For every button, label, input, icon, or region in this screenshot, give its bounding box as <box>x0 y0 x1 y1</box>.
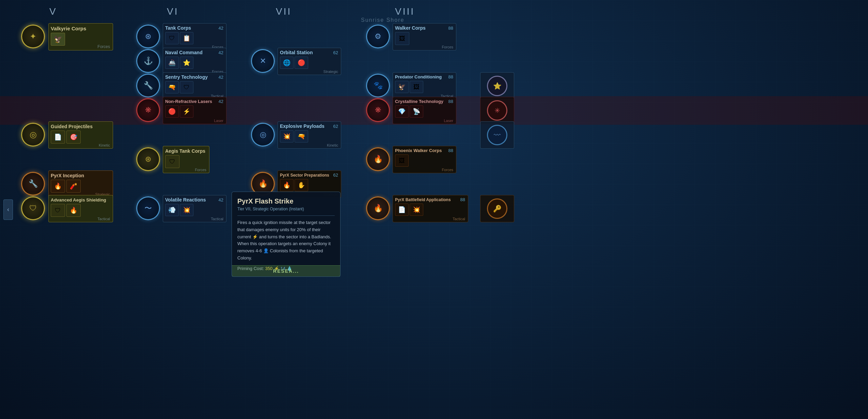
node-img: 📡 <box>410 105 423 118</box>
volatile-reactions-cost: 42 <box>219 197 223 203</box>
node-walker-corps[interactable]: ⚙ Walker Corps 88 🖼 Forces <box>366 23 456 50</box>
node-tank-corps[interactable]: ⊛ Tank Corps 42 🛡 📋 Forces <box>136 23 226 50</box>
node-img: 🔴 <box>295 57 308 69</box>
phoenix-walker-corps-label: Forces <box>442 168 453 172</box>
node-img: 🛡 <box>51 204 65 217</box>
non-refractive-cost: 42 <box>219 99 223 104</box>
valkyrie-corps-title: Valkyrie Corps <box>51 26 86 31</box>
node-explosive-payloads[interactable]: ◎ Explosive Payloads 62 💥 🔫 Kinetic <box>251 121 341 149</box>
node-guided-projectiles[interactable]: ◎ Guided Projectiles 📄 🎯 Kinetic <box>21 121 113 149</box>
research-button[interactable]: RESEA... <box>232 265 340 276</box>
volatile-reactions-title: Volatile Reactions <box>165 197 206 203</box>
node-partial-right-4: 🔑 <box>480 195 514 222</box>
pyrx-sector-title: PyrX Sector Preparations <box>280 173 329 178</box>
phoenix-walker-corps-circle: 🔥 <box>366 147 390 171</box>
node-img: 💨 <box>165 204 179 216</box>
naval-command-title: Naval Command <box>165 50 203 55</box>
crystalline-technology-circle: ❋ <box>366 98 390 122</box>
walker-corps-label: Forces <box>442 45 453 49</box>
pyrx-inception-circle: 🔧 <box>21 172 45 196</box>
sentry-technology-title: Sentry Technology <box>165 74 208 80</box>
node-volatile-reactions[interactable]: 〜 Volatile Reactions 42 💨 💥 Tactical <box>136 195 226 222</box>
pyrx-battlefield-circle: 🔥 <box>366 196 390 220</box>
volatile-reactions-label: Tactical <box>211 217 223 221</box>
node-img: 🛡 <box>165 155 179 168</box>
phoenix-walker-corps-title: Phoenix Walker Corps <box>395 148 442 153</box>
guided-projectiles-title: Guided Projectiles <box>51 124 93 129</box>
node-img: 🦅 <box>395 81 409 93</box>
tank-corps-title: Tank Corps <box>165 25 191 31</box>
phoenix-walker-corps-cost: 88 <box>448 148 453 153</box>
node-sentry-technology[interactable]: 🔧 Sentry Technology 42 🔫 🛡 Tactical <box>136 72 226 100</box>
node-img: 🛡 <box>180 81 193 93</box>
walker-corps-cost: 88 <box>448 26 453 31</box>
non-refractive-label: Laser <box>214 119 223 123</box>
pyrx-sector-cost: 62 <box>333 173 338 178</box>
tank-corps-circle: ⊛ <box>136 25 160 48</box>
node-img: 📋 <box>180 32 193 44</box>
node-img: 🔥 <box>51 180 65 193</box>
tooltip-subtitle: Tier VII, Strategic Operation (Instant) <box>237 207 335 211</box>
orbital-station-circle: ✕ <box>251 49 275 73</box>
guided-projectiles-circle: ◎ <box>21 123 45 147</box>
pyrx-battlefield-label: Tactical <box>453 217 465 221</box>
crystalline-technology-title: Crystalline Technology <box>395 99 443 104</box>
advanced-aegis-circle: 🛡 <box>21 196 45 220</box>
aegis-tank-corps-circle: ⊛ <box>136 147 160 171</box>
main-container: V VI VII Sunrise Shore VIII <box>0 0 868 419</box>
node-valkyrie-corps[interactable]: ✦ Valkyrie Corps 🦅 Forces <box>21 23 113 50</box>
predator-conditioning-title: Predator Conditioning <box>395 74 442 79</box>
node-img: 🧨 <box>66 180 81 193</box>
aegis-tank-corps-label: Forces <box>195 168 206 172</box>
node-img: 🌐 <box>280 57 294 69</box>
walker-corps-title: Walker Corps <box>395 25 426 31</box>
advanced-aegis-label: Tactical <box>97 217 110 221</box>
pyrx-inception-title: PyrX Inception <box>51 173 84 178</box>
tank-corps-cost: 42 <box>219 26 223 31</box>
node-advanced-aegis-shielding[interactable]: 🛡 Advanced Aegis Shielding 🛡 🔥 Tactical <box>21 195 113 222</box>
walker-corps-circle: ⚙ <box>366 25 390 48</box>
explosive-payloads-label: Kinetic <box>327 143 338 147</box>
node-img: 💎 <box>395 105 409 118</box>
node-aegis-tank-corps[interactable]: ⊛ Aegis Tank Corps 🛡 Forces <box>136 146 209 173</box>
pyrx-flash-strike-tooltip: PyrX Flash Strike Tier VII, Strategic Op… <box>232 192 341 277</box>
sentry-technology-circle: 🔧 <box>136 74 160 98</box>
node-phoenix-walker-corps[interactable]: 🔥 Phoenix Walker Corps 88 🖼 Forces <box>366 146 456 173</box>
explosive-payloads-cost: 62 <box>333 124 338 129</box>
node-pyrx-battlefield-applications[interactable]: 🔥 PyrX Battlefield Applications 88 📄 💥 T… <box>366 195 468 222</box>
node-img: 🦅 <box>51 33 65 46</box>
orbital-station-cost: 62 <box>333 50 338 55</box>
node-img: 🔥 <box>280 179 294 191</box>
explosive-payloads-title: Explosive Payloads <box>280 123 325 129</box>
node-pyrx-inception[interactable]: 🔧 PyrX Inception 🔥 🧨 Strategic <box>21 170 113 198</box>
node-partial-right-1: ⭐ <box>480 72 514 100</box>
advanced-aegis-title: Advanced Aegis Shielding <box>51 197 106 203</box>
node-img: 🎯 <box>66 131 81 144</box>
node-orbital-station[interactable]: ✕ Orbital Station 62 🌐 🔴 Strategic <box>251 48 341 75</box>
non-refractive-circle: ❋ <box>136 98 160 122</box>
explosive-payloads-circle: ◎ <box>251 123 275 147</box>
predator-conditioning-circle: 🐾 <box>366 74 390 98</box>
node-img: 💥 <box>180 204 193 216</box>
node-crystalline-technology[interactable]: ❋ Crystalline Technology 88 💎 📡 Laser <box>366 97 456 124</box>
aegis-tank-corps-title: Aegis Tank Corps <box>165 148 205 154</box>
node-img: 🖼 <box>410 81 423 93</box>
node-naval-command[interactable]: ⚓ Naval Command 42 🚢 ⭐ Forces <box>136 48 226 75</box>
orbital-station-label: Strategic <box>323 70 338 74</box>
node-img: 💥 <box>410 204 423 216</box>
node-predator-conditioning[interactable]: 🐾 Predator Conditioning 88 🦅 🖼 Tactical <box>366 72 456 100</box>
guided-projectiles-label: Kinetic <box>99 143 110 147</box>
node-img: 🔫 <box>165 81 179 93</box>
node-img: 🔫 <box>295 130 308 143</box>
node-img: ⚡ <box>180 105 193 118</box>
tooltip-divider <box>237 215 335 216</box>
node-img: 🚢 <box>165 57 179 69</box>
node-img: 💥 <box>280 130 294 143</box>
tooltip-title: PyrX Flash Strike <box>237 197 335 205</box>
orbital-station-title: Orbital Station <box>280 50 313 55</box>
valkyrie-corps-circle: ✦ <box>21 25 45 48</box>
node-img: 🖼 <box>395 32 409 45</box>
node-img: 🔥 <box>66 204 81 217</box>
node-non-refractive-lasers[interactable]: ❋ Non-Refractive Lasers 42 🔴 ⚡ Laser <box>136 97 226 124</box>
naval-command-circle: ⚓ <box>136 49 160 73</box>
